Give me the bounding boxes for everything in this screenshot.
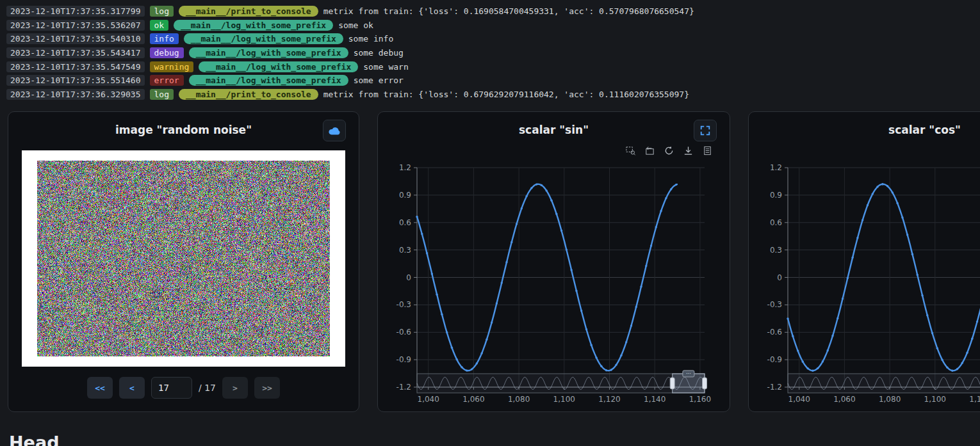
- y-axis-tick-label: -0.3: [767, 301, 782, 310]
- dashboard-root: 2023-12-10T17:37:35.317799log__main__/pr…: [0, 0, 980, 412]
- y-axis-tick-label: 0.3: [399, 246, 411, 255]
- log-source-pill: __main__/print_to_console: [179, 89, 318, 100]
- log-row: 2023-12-10T17:37:35.543417debug__main__/…: [6, 46, 980, 60]
- x-axis-tick-label: 1,100: [924, 395, 946, 404]
- image-frame: [22, 150, 345, 367]
- y-axis-tick-label: -0.6: [396, 328, 411, 337]
- x-axis-tick-label: 1,160: [689, 395, 711, 404]
- log-message: metrix from train: {'loss': 0.1690584700…: [323, 6, 694, 16]
- cloud-download-icon: [328, 125, 341, 136]
- page-number-input[interactable]: [151, 377, 192, 399]
- x-axis-tick-label: 1,040: [418, 395, 439, 404]
- x-axis-tick-label: 1,100: [553, 395, 575, 404]
- log-message: some error: [354, 76, 404, 85]
- x-axis-tick-label: 1,060: [833, 395, 855, 404]
- image-pagination: << < / 17 > >>: [8, 377, 359, 399]
- log-source-pill: __main__/log_with_some_prefix: [189, 75, 348, 86]
- chart-toolbar: [625, 145, 713, 156]
- y-axis-tick-label: 1.2: [770, 163, 782, 172]
- y-axis-tick-label: 0.9: [770, 191, 782, 200]
- log-timestamp: 2023-12-10T17:37:35.547549: [6, 61, 145, 72]
- image-card-title: image "random noise": [115, 123, 252, 136]
- log-level-badge: log: [150, 6, 174, 17]
- download-image-button[interactable]: [323, 120, 346, 141]
- expand-chart-button[interactable]: [694, 120, 717, 141]
- log-row: 2023-12-10T17:37:35.536207ok__main__/log…: [6, 19, 980, 33]
- datazoom-slider[interactable]: ···: [788, 370, 980, 393]
- y-axis-tick-label: 0.9: [399, 191, 411, 200]
- restore-icon[interactable]: [664, 145, 674, 156]
- cos-card-header: scalar "cos": [749, 112, 980, 148]
- log-timestamp: 2023-12-10T17:37:35.540310: [6, 33, 145, 44]
- y-axis-tick-label: 0.3: [770, 246, 782, 255]
- first-page-button[interactable]: <<: [87, 377, 113, 399]
- cards-row: image "random noise" << < / 17 > >>: [0, 111, 980, 412]
- log-timestamp: 2023-12-10T17:37:35.536207: [6, 20, 145, 31]
- sin-card-header: scalar "sin": [378, 112, 730, 148]
- log-row: 2023-12-10T17:37:35.547549warning__main_…: [6, 60, 980, 74]
- y-axis-tick-label: -0.9: [767, 355, 782, 364]
- log-level-badge: warning: [150, 61, 194, 72]
- prev-page-button[interactable]: <: [119, 377, 145, 399]
- log-row: 2023-12-10T17:37:35.317799log__main__/pr…: [6, 4, 980, 19]
- log-level-badge: log: [150, 89, 174, 100]
- log-level-badge: error: [150, 75, 184, 86]
- log-level-badge: ok: [150, 20, 169, 31]
- y-axis-tick-label: -0.3: [396, 301, 411, 310]
- y-axis-tick-label: 0.6: [399, 218, 411, 227]
- x-axis-tick-label: 1,040: [788, 395, 810, 404]
- log-timestamp: 2023-12-10T17:37:35.551460: [6, 75, 145, 86]
- y-axis-tick-label: 0.6: [770, 218, 782, 227]
- page-total-label: / 17: [199, 383, 216, 393]
- log-message: some warn: [363, 62, 408, 72]
- zoom-reset-icon[interactable]: [644, 145, 655, 156]
- x-axis-tick-label: 1,120: [969, 395, 980, 404]
- y-axis-tick-label: -1.2: [396, 383, 411, 392]
- x-axis-tick-label: 1,120: [598, 395, 620, 404]
- log-row: 2023-12-10T17:37:36.329035log__main__/pr…: [6, 88, 980, 102]
- sin-card-title: scalar "sin": [519, 123, 589, 136]
- log-level-badge: debug: [150, 47, 184, 58]
- next-page-button[interactable]: >: [222, 377, 248, 399]
- y-axis-tick-label: 1.2: [399, 163, 411, 172]
- log-message: some info: [348, 34, 393, 44]
- sin-chart[interactable]: 1.20.90.60.30-0.3-0.6-0.9-1.21,0401,0601…: [388, 148, 720, 406]
- log-message: metrix from train: {'loss': 0.6796292079…: [323, 90, 689, 99]
- cos-chart[interactable]: 1.20.90.60.30-0.3-0.6-0.9-1.21,0401,0601…: [758, 148, 980, 406]
- datazoom-handle-left[interactable]: [670, 378, 674, 389]
- random-noise-image: [37, 161, 330, 356]
- zoom-select-icon[interactable]: [625, 145, 636, 156]
- datazoom-handle-right[interactable]: [703, 378, 707, 389]
- image-card: image "random noise" << < / 17 > >>: [8, 111, 359, 412]
- svg-text:···: ···: [686, 371, 691, 377]
- data-view-icon[interactable]: [702, 145, 713, 156]
- log-source-pill: __main__/log_with_some_prefix: [174, 20, 333, 31]
- datazoom-slider[interactable]: ···: [417, 370, 707, 393]
- cos-chart-card: scalar "cos" 1.20.90.60.30-0.3-0.6-0.9-1…: [748, 111, 980, 412]
- last-page-button[interactable]: >>: [254, 377, 280, 399]
- x-axis-tick-label: 1,080: [508, 395, 530, 404]
- log-message: some debug: [354, 48, 404, 58]
- y-axis-tick-label: -0.6: [767, 328, 782, 337]
- y-axis-tick-label: 0: [406, 273, 411, 282]
- x-axis-tick-label: 1,060: [462, 395, 484, 404]
- y-axis-tick-label: -1.2: [767, 383, 782, 392]
- log-message: some ok: [338, 20, 373, 30]
- x-axis-tick-label: 1,140: [644, 395, 666, 404]
- log-timestamp: 2023-12-10T17:37:36.329035: [6, 89, 145, 100]
- y-axis-tick-label: 0: [777, 273, 782, 282]
- log-row: 2023-12-10T17:37:35.540310info__main__/l…: [6, 32, 980, 46]
- log-source-pill: __main__/print_to_console: [179, 6, 318, 17]
- download-icon[interactable]: [683, 145, 694, 156]
- log-source-pill: __main__/log_with_some_prefix: [184, 33, 343, 44]
- log-source-pill: __main__/log_with_some_prefix: [189, 47, 348, 58]
- log-timestamp: 2023-12-10T17:37:35.317799: [6, 6, 145, 17]
- log-timestamp: 2023-12-10T17:37:35.543417: [6, 47, 145, 58]
- log-row: 2023-12-10T17:37:35.551460error__main__/…: [6, 74, 980, 88]
- x-axis-tick-label: 1,080: [879, 395, 901, 404]
- log-source-pill: __main__/log_with_some_prefix: [199, 61, 358, 72]
- sin-chart-card: scalar "sin" 1.20.90.60.30-0.3-0.6-0.9-1…: [377, 111, 730, 412]
- cos-card-title: scalar "cos": [888, 123, 961, 136]
- section-heading: Head: [9, 433, 59, 446]
- y-axis-tick-label: -0.9: [396, 355, 411, 364]
